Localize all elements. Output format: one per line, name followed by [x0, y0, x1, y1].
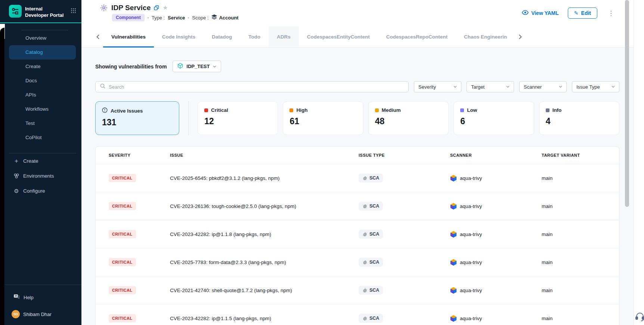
table-row[interactable]: CRITICAL CVE-2025-6545: pbkdf2@3.1.2 (la… [96, 164, 619, 192]
medium-card[interactable]: Medium 48 [368, 101, 449, 135]
active-issues-card[interactable]: Active Issues 131 [95, 101, 179, 135]
issue-cell: CVE-2025-6545: pbkdf2@3.1.2 (lang-pkgs, … [170, 175, 359, 181]
page: Internal Developer Portal Overview Catal… [0, 0, 644, 325]
summary-divider [188, 101, 189, 135]
table-row[interactable]: CRITICAL CVE-2023-26136: tough-cookie@2.… [96, 192, 619, 220]
tab-todo[interactable]: Todo [240, 26, 269, 47]
tab-label: ADRs [277, 34, 291, 40]
sidebar-item-label: APIs [25, 92, 36, 98]
sidebar-divider [9, 153, 76, 153]
low-card[interactable]: Low 6 [453, 101, 534, 135]
issue-cell: CVE-2023-26136: tough-cookie@2.5.0 (lang… [170, 203, 359, 209]
help-chat-icon: ? [13, 294, 20, 301]
high-card[interactable]: High 61 [283, 101, 363, 135]
sidebar-item-label: Overview [25, 35, 46, 41]
issue-type-label: SCA [369, 232, 379, 237]
stat-label: Info [552, 107, 562, 113]
sidebar-item-test[interactable]: Test [9, 116, 76, 131]
medium-dot-icon [375, 108, 379, 112]
help-label: Help [24, 295, 34, 300]
source-select[interactable]: IDP_TEST [173, 61, 221, 72]
component-gear-icon [100, 4, 108, 12]
scrollbar-thumb[interactable] [625, 0, 629, 207]
copy-icon[interactable] [154, 5, 159, 10]
filter-severity[interactable]: Severity [414, 81, 461, 92]
tabs-scroll-right-icon[interactable] [515, 26, 526, 47]
col-scanner: SCANNER [450, 153, 542, 157]
tab-codespaces-entity-content[interactable]: CodespacesEntityContent [299, 26, 378, 47]
sca-icon [362, 288, 367, 293]
sidebar-item-overview[interactable]: Overview [9, 31, 76, 45]
app-grid-icon[interactable] [71, 8, 76, 15]
table-row[interactable]: CRITICAL CVE-2023-42282: ip@1.1.5 (lang-… [96, 304, 619, 325]
filter-scanner[interactable]: Scanner [519, 81, 567, 92]
sidebar-item-workflows[interactable]: Workflows [9, 102, 76, 116]
chevron-down-icon [453, 86, 457, 88]
sidebar-item-copilot[interactable]: CoPilot [9, 131, 76, 145]
target-variant-cell: main [542, 232, 619, 237]
table-row[interactable]: CRITICAL CVE-2025-7783: form-data@2.3.3 … [96, 248, 619, 276]
tab-adrs[interactable]: ADRs [269, 26, 299, 47]
edit-button[interactable]: ✎ Edit [568, 7, 597, 19]
tabs-scroll-left-icon[interactable] [93, 26, 103, 47]
sidebar-item-docs[interactable]: Docs [9, 74, 76, 88]
support-headset-icon[interactable] [635, 312, 644, 323]
sidebar-action-label: Configure [23, 188, 45, 194]
issue-type-label: SCA [369, 260, 379, 265]
sidebar-item-apis[interactable]: APIs [9, 88, 76, 102]
scanner-cell: aqua-trivy [450, 259, 542, 266]
sidebar-item-configure[interactable]: ⚙ Configure [0, 184, 81, 198]
help-button[interactable]: ? Help [0, 285, 81, 301]
component-badge: Component [112, 14, 145, 21]
sca-icon [362, 260, 367, 265]
chevron-down-icon [506, 86, 510, 88]
info-card[interactable]: Info 4 [539, 101, 619, 135]
page-title: IDP Service [111, 4, 151, 12]
alert-circle-icon [102, 107, 108, 114]
scanner-label: aqua-trivy [460, 232, 482, 237]
issue-cell: CVE-2025-7783: form-data@2.3.3 (lang-pkg… [170, 260, 359, 265]
dot-separator [148, 17, 149, 18]
user-menu[interactable]: SD Shibam Dhar [0, 301, 81, 325]
sidebar-item-create[interactable]: Create [9, 59, 76, 74]
sidebar-item-create-action[interactable]: + Create [0, 154, 81, 168]
issue-type-label: SCA [369, 203, 379, 209]
view-yaml-button[interactable]: View YAML [522, 10, 559, 16]
table-body: CRITICAL CVE-2025-6545: pbkdf2@3.1.2 (la… [96, 164, 619, 325]
table-row[interactable]: CRITICAL CVE-2021-42740: shell-quote@1.7… [96, 276, 619, 304]
stat-label: Low [467, 107, 477, 113]
sidebar-item-label: Create [25, 64, 41, 69]
tab-chaos-engineering[interactable]: Chaos Engineerin [456, 26, 515, 47]
tab-codespaces-repo-content[interactable]: CodespacesRepoContent [378, 26, 456, 47]
issue-cell: CVE-2023-42282: ip@1.1.5 (lang-pkgs, npm… [170, 316, 359, 321]
critical-card[interactable]: Critical 12 [198, 101, 278, 135]
stat-label: Medium [382, 107, 401, 113]
kebab-menu-icon[interactable]: ⋮ [606, 10, 616, 16]
stat-cards: Critical 12 High 61 Medium 48 Low 6 [198, 101, 619, 135]
showing-label: Showing vulnerabilities from [95, 64, 167, 70]
search-box [95, 81, 409, 92]
sidebar-item-label: Workflows [25, 106, 49, 112]
sca-icon [362, 176, 367, 181]
star-icon[interactable]: ★ [162, 5, 168, 11]
sidebar-item-label: Docs [25, 78, 37, 83]
filter-issue-type[interactable]: Issue Type [572, 81, 619, 92]
chevron-down-icon [559, 86, 562, 88]
scanner-label: aqua-trivy [460, 316, 482, 321]
low-dot-icon [460, 108, 464, 112]
tab-vulnerabilities[interactable]: Vulnerabilities [103, 26, 154, 47]
table-row[interactable]: CRITICAL CVE-2023-42282: ip@1.1.8 (lang-… [96, 220, 619, 248]
source-value: IDP_TEST [186, 64, 210, 69]
chevron-down-icon [612, 86, 615, 88]
tab-code-insights[interactable]: Code Insights [154, 26, 204, 47]
brand-underline [0, 22, 81, 23]
search-input[interactable] [109, 84, 404, 90]
trivy-icon [450, 175, 457, 182]
sidebar-item-catalog[interactable]: Catalog [9, 45, 76, 59]
tab-datadog[interactable]: Datadog [204, 26, 240, 47]
trivy-icon [450, 203, 457, 210]
sidebar-item-environments[interactable]: Environments [0, 169, 81, 183]
tab-label: Todo [248, 34, 260, 40]
filter-target[interactable]: Target [467, 81, 514, 92]
issue-type-label: SCA [369, 316, 379, 321]
